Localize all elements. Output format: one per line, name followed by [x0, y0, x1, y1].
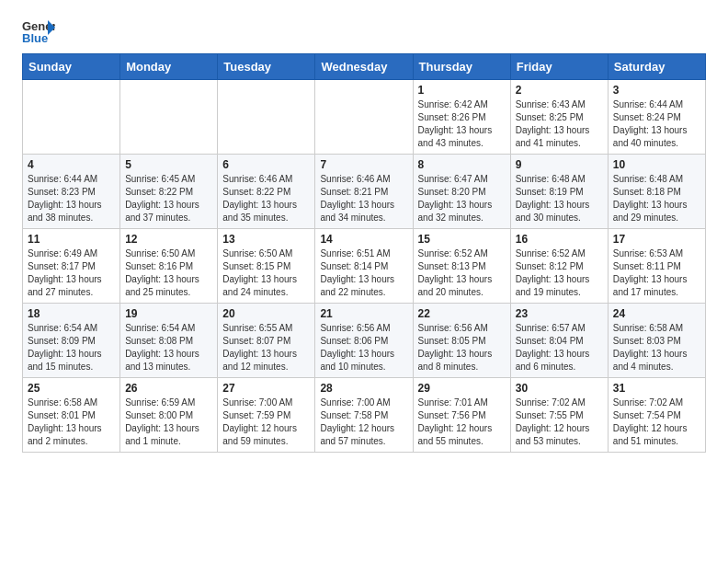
- day-info: Sunrise: 6:46 AM Sunset: 8:22 PM Dayligh…: [222, 173, 310, 224]
- day-cell: 25Sunrise: 6:58 AM Sunset: 8:01 PM Dayli…: [23, 378, 120, 453]
- day-cell: 2Sunrise: 6:43 AM Sunset: 8:25 PM Daylig…: [510, 80, 608, 155]
- day-cell: 4Sunrise: 6:44 AM Sunset: 8:23 PM Daylig…: [23, 155, 120, 229]
- day-cell: 15Sunrise: 6:52 AM Sunset: 8:13 PM Dayli…: [413, 229, 510, 304]
- day-number: 22: [418, 307, 506, 320]
- day-cell: 24Sunrise: 6:58 AM Sunset: 8:03 PM Dayli…: [608, 304, 705, 378]
- day-info: Sunrise: 6:54 AM Sunset: 8:08 PM Dayligh…: [125, 322, 212, 373]
- day-number: 11: [28, 233, 115, 246]
- header-wednesday: Wednesday: [315, 54, 413, 80]
- day-number: 4: [28, 158, 115, 171]
- day-number: 23: [516, 307, 603, 320]
- day-number: 7: [320, 158, 407, 171]
- day-cell: 28Sunrise: 7:00 AM Sunset: 7:58 PM Dayli…: [315, 378, 413, 453]
- header-row: SundayMondayTuesdayWednesdayThursdayFrid…: [23, 54, 706, 80]
- day-info: Sunrise: 6:42 AM Sunset: 8:26 PM Dayligh…: [418, 98, 506, 150]
- day-cell: 19Sunrise: 6:54 AM Sunset: 8:08 PM Dayli…: [120, 304, 218, 378]
- day-info: Sunrise: 6:59 AM Sunset: 8:00 PM Dayligh…: [125, 396, 212, 448]
- day-number: 17: [613, 233, 700, 246]
- day-number: 16: [516, 233, 603, 246]
- header-friday: Friday: [510, 54, 608, 80]
- day-info: Sunrise: 6:56 AM Sunset: 8:05 PM Dayligh…: [418, 322, 506, 373]
- week-row-5: 25Sunrise: 6:58 AM Sunset: 8:01 PM Dayli…: [23, 378, 706, 453]
- day-number: 3: [613, 84, 700, 97]
- header-thursday: Thursday: [413, 54, 510, 80]
- day-number: 28: [320, 382, 407, 395]
- day-number: 6: [222, 158, 310, 171]
- day-cell: 13Sunrise: 6:50 AM Sunset: 8:15 PM Dayli…: [218, 229, 315, 304]
- day-cell: 3Sunrise: 6:44 AM Sunset: 8:24 PM Daylig…: [608, 80, 705, 155]
- day-number: 29: [418, 382, 506, 395]
- day-info: Sunrise: 6:58 AM Sunset: 8:03 PM Dayligh…: [613, 322, 700, 373]
- day-cell: 8Sunrise: 6:47 AM Sunset: 8:20 PM Daylig…: [413, 155, 510, 229]
- day-number: 21: [320, 307, 407, 320]
- week-row-3: 11Sunrise: 6:49 AM Sunset: 8:17 PM Dayli…: [23, 229, 706, 304]
- day-cell: 1Sunrise: 6:42 AM Sunset: 8:26 PM Daylig…: [413, 80, 510, 155]
- header-monday: Monday: [120, 54, 218, 80]
- day-number: 10: [613, 158, 700, 171]
- day-cell: 12Sunrise: 6:50 AM Sunset: 8:16 PM Dayli…: [120, 229, 218, 304]
- calendar-body: 1Sunrise: 6:42 AM Sunset: 8:26 PM Daylig…: [23, 80, 706, 453]
- day-info: Sunrise: 6:56 AM Sunset: 8:06 PM Dayligh…: [320, 322, 407, 373]
- day-cell: 30Sunrise: 7:02 AM Sunset: 7:55 PM Dayli…: [510, 378, 608, 453]
- day-info: Sunrise: 6:58 AM Sunset: 8:01 PM Dayligh…: [28, 396, 115, 448]
- logo-icon: General Blue: [22, 18, 55, 44]
- day-info: Sunrise: 6:52 AM Sunset: 8:13 PM Dayligh…: [418, 247, 506, 299]
- day-info: Sunrise: 6:49 AM Sunset: 8:17 PM Dayligh…: [28, 247, 115, 299]
- day-cell: 21Sunrise: 6:56 AM Sunset: 8:06 PM Dayli…: [315, 304, 413, 378]
- day-number: 31: [613, 382, 700, 395]
- calendar-header: SundayMondayTuesdayWednesdayThursdayFrid…: [23, 54, 706, 80]
- day-cell: 20Sunrise: 6:55 AM Sunset: 8:07 PM Dayli…: [218, 304, 315, 378]
- day-number: 14: [320, 233, 407, 246]
- day-number: 25: [28, 382, 115, 395]
- header-tuesday: Tuesday: [218, 54, 315, 80]
- day-cell: 26Sunrise: 6:59 AM Sunset: 8:00 PM Dayli…: [120, 378, 218, 453]
- day-number: 30: [516, 382, 603, 395]
- header-saturday: Saturday: [608, 54, 705, 80]
- day-info: Sunrise: 6:46 AM Sunset: 8:21 PM Dayligh…: [320, 173, 407, 224]
- day-info: Sunrise: 6:53 AM Sunset: 8:11 PM Dayligh…: [613, 247, 700, 299]
- day-info: Sunrise: 6:47 AM Sunset: 8:20 PM Dayligh…: [418, 173, 506, 224]
- day-info: Sunrise: 6:54 AM Sunset: 8:09 PM Dayligh…: [28, 322, 115, 373]
- calendar-table: SundayMondayTuesdayWednesdayThursdayFrid…: [22, 53, 706, 453]
- day-number: 15: [418, 233, 506, 246]
- day-number: 13: [222, 233, 310, 246]
- day-number: 9: [516, 158, 603, 171]
- day-info: Sunrise: 6:52 AM Sunset: 8:12 PM Dayligh…: [516, 247, 603, 299]
- header: General Blue: [22, 18, 706, 44]
- day-cell: [315, 80, 413, 155]
- day-cell: [23, 80, 120, 155]
- day-number: 8: [418, 158, 506, 171]
- week-row-2: 4Sunrise: 6:44 AM Sunset: 8:23 PM Daylig…: [23, 155, 706, 229]
- day-info: Sunrise: 7:02 AM Sunset: 7:55 PM Dayligh…: [516, 396, 603, 448]
- day-info: Sunrise: 6:43 AM Sunset: 8:25 PM Dayligh…: [516, 98, 603, 150]
- day-number: 26: [125, 382, 212, 395]
- day-cell: 23Sunrise: 6:57 AM Sunset: 8:04 PM Dayli…: [510, 304, 608, 378]
- day-number: 2: [516, 84, 603, 97]
- day-info: Sunrise: 6:57 AM Sunset: 8:04 PM Dayligh…: [516, 322, 603, 373]
- day-cell: 27Sunrise: 7:00 AM Sunset: 7:59 PM Dayli…: [218, 378, 315, 453]
- day-info: Sunrise: 6:44 AM Sunset: 8:24 PM Dayligh…: [613, 98, 700, 150]
- week-row-4: 18Sunrise: 6:54 AM Sunset: 8:09 PM Dayli…: [23, 304, 706, 378]
- day-number: 24: [613, 307, 700, 320]
- day-number: 5: [125, 158, 212, 171]
- day-cell: 31Sunrise: 7:02 AM Sunset: 7:54 PM Dayli…: [608, 378, 705, 453]
- week-row-1: 1Sunrise: 6:42 AM Sunset: 8:26 PM Daylig…: [23, 80, 706, 155]
- day-cell: 5Sunrise: 6:45 AM Sunset: 8:22 PM Daylig…: [120, 155, 218, 229]
- day-cell: 10Sunrise: 6:48 AM Sunset: 8:18 PM Dayli…: [608, 155, 705, 229]
- day-cell: 29Sunrise: 7:01 AM Sunset: 7:56 PM Dayli…: [413, 378, 510, 453]
- day-cell: 14Sunrise: 6:51 AM Sunset: 8:14 PM Dayli…: [315, 229, 413, 304]
- day-number: 18: [28, 307, 115, 320]
- day-cell: 7Sunrise: 6:46 AM Sunset: 8:21 PM Daylig…: [315, 155, 413, 229]
- day-cell: 17Sunrise: 6:53 AM Sunset: 8:11 PM Dayli…: [608, 229, 705, 304]
- day-info: Sunrise: 6:45 AM Sunset: 8:22 PM Dayligh…: [125, 173, 212, 224]
- day-info: Sunrise: 7:00 AM Sunset: 7:59 PM Dayligh…: [222, 396, 310, 448]
- day-info: Sunrise: 7:02 AM Sunset: 7:54 PM Dayligh…: [613, 396, 700, 448]
- day-info: Sunrise: 6:50 AM Sunset: 8:15 PM Dayligh…: [222, 247, 310, 299]
- day-info: Sunrise: 7:00 AM Sunset: 7:58 PM Dayligh…: [320, 396, 407, 448]
- svg-text:Blue: Blue: [22, 31, 48, 44]
- day-number: 12: [125, 233, 212, 246]
- day-cell: 16Sunrise: 6:52 AM Sunset: 8:12 PM Dayli…: [510, 229, 608, 304]
- logo: General Blue: [22, 18, 59, 44]
- day-number: 27: [222, 382, 310, 395]
- day-info: Sunrise: 6:48 AM Sunset: 8:19 PM Dayligh…: [516, 173, 603, 224]
